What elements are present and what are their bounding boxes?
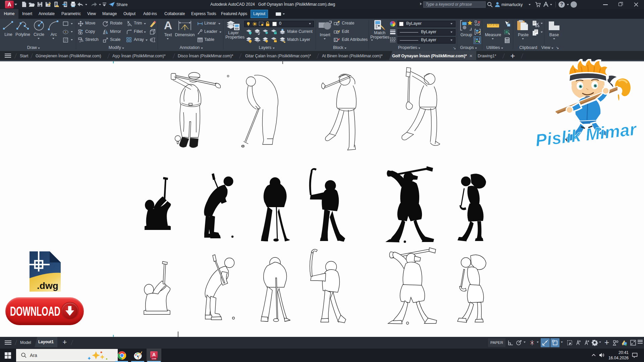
svg-text:Pislik Mimar: Pislik Mimar <box>534 119 638 150</box>
svg-text:.dwg: .dwg <box>37 281 58 291</box>
